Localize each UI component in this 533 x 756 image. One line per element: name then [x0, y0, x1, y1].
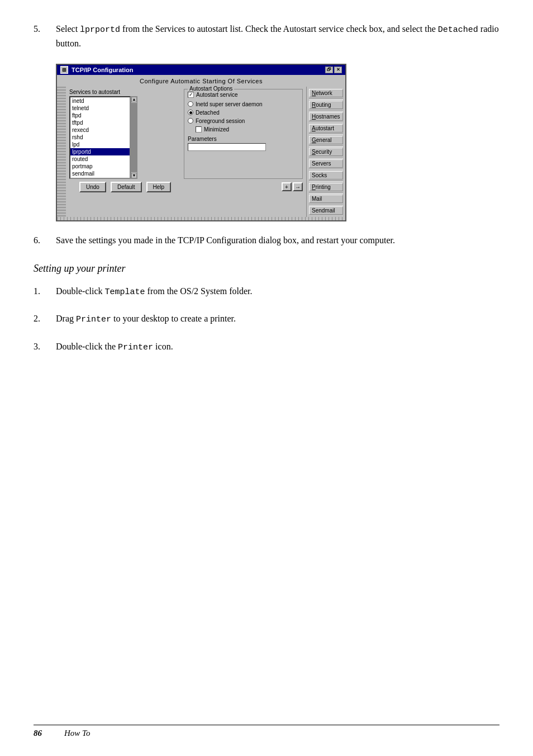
nav-general[interactable]: General — [309, 136, 343, 144]
service-routed[interactable]: routed — [70, 155, 130, 163]
footer-label: How To — [64, 729, 91, 738]
tcpip-dialog: ⊞ TCP/IP Configuration 🗗 ✕ Configure Aut… — [56, 64, 346, 221]
step2-mono: Printer — [76, 315, 111, 324]
dialog-titlebar: ⊞ TCP/IP Configuration 🗗 ✕ — [57, 65, 345, 75]
radio-detached[interactable] — [188, 110, 193, 115]
autostart-service-checkbox[interactable]: ✓ — [188, 92, 194, 98]
services-scrollbar[interactable]: ▲ ▼ — [131, 96, 137, 179]
dialog-app-icon: ⊞ — [60, 66, 68, 74]
dialog-title: TCP/IP Configuration — [72, 67, 133, 73]
nav-sep-4 — [309, 134, 343, 135]
service-sendmail[interactable]: sendmail — [70, 170, 130, 177]
nav-servers[interactable]: Servers — [309, 159, 343, 168]
scroll-down[interactable]: ▼ — [131, 173, 137, 178]
service-tftpd[interactable]: tftpd — [70, 119, 130, 126]
radio-detached-row[interactable]: Detached — [188, 110, 298, 116]
radio-foreground-label: Foreground session — [196, 118, 245, 124]
footer-page: 86 — [34, 729, 42, 738]
printer-step-3-number: 3. — [34, 340, 49, 355]
step5-mono1: lprportd — [80, 25, 120, 35]
services-list-container: inetd telnetd ftpd tftpd rexecd rshd lpd… — [69, 96, 179, 179]
printer-step-1-text: Double-click Template from the OS/2 Syst… — [56, 285, 253, 299]
step-5: 5. Select lprportd from the Services to … — [34, 22, 499, 50]
printer-step-3-text: Double-click the Printer icon. — [56, 340, 173, 355]
dialog-restore-btn[interactable]: 🗗 — [325, 67, 333, 73]
prev-arrow[interactable]: + — [282, 182, 292, 191]
step1-mono: Template — [105, 287, 145, 297]
minimized-checkbox[interactable] — [196, 126, 202, 133]
left-hatch-decoration — [57, 87, 66, 217]
services-section: Services to autostart inetd telnetd ftpd… — [69, 89, 179, 179]
minimized-row[interactable]: Minimized — [196, 126, 298, 133]
nav-routing[interactable]: Routing — [309, 101, 343, 109]
nav-sendmail[interactable]: Sendmail — [309, 206, 343, 215]
radio-foreground-row[interactable]: Foreground session — [188, 118, 298, 124]
radio-foreground[interactable] — [188, 118, 193, 124]
step-5-number: 5. — [34, 22, 49, 50]
service-portmap[interactable]: portmap — [70, 163, 130, 170]
nav-socks[interactable]: Socks — [309, 171, 343, 179]
printer-step-3: 3. Double-click the Printer icon. — [34, 340, 499, 355]
dialog-actions: Undo Default Help + → — [66, 179, 306, 195]
radio-inetd-row[interactable]: Inetd super server daemon — [188, 101, 298, 107]
autostart-service-label: Autostart service — [196, 92, 237, 98]
nav-network[interactable]: Network — [309, 89, 343, 97]
nav-security[interactable]: Security — [309, 148, 343, 156]
dialog-close-btn[interactable]: ✕ — [334, 67, 342, 73]
next-arrow[interactable]: → — [293, 182, 303, 191]
service-telnetd[interactable]: telnetd — [70, 105, 130, 112]
dialog-wrapper: ⊞ TCP/IP Configuration 🗗 ✕ Configure Aut… — [56, 64, 499, 221]
nav-sep-2 — [309, 110, 343, 111]
printer-step-2: 2. Drag Printer to your desktop to creat… — [34, 312, 499, 327]
services-listbox[interactable]: inetd telnetd ftpd tftpd rexecd rshd lpd… — [69, 96, 131, 179]
printer-step-1: 1. Double-click Template from the OS/2 S… — [34, 285, 499, 299]
autostart-group-legend: Autostart Options — [188, 86, 234, 92]
service-inetd[interactable]: inetd — [70, 97, 130, 105]
dialog-body: Services to autostart inetd telnetd ftpd… — [57, 87, 345, 217]
radio-inetd[interactable] — [188, 101, 193, 107]
nav-sep-7 — [309, 169, 343, 170]
step-6-text: Save the settings you made in the TCP/IP… — [56, 234, 395, 247]
service-rshd[interactable]: rshd — [70, 134, 130, 141]
service-ftpd[interactable]: ftpd — [70, 112, 130, 119]
step5-mono2: Detached — [438, 25, 478, 35]
dialog-main-row: Services to autostart inetd telnetd ftpd… — [66, 89, 306, 179]
nav-printing[interactable]: Printing — [309, 183, 343, 191]
titlebar-left: ⊞ TCP/IP Configuration — [60, 66, 133, 74]
nav-sep-6 — [309, 157, 343, 158]
params-input[interactable] — [188, 143, 266, 151]
help-button[interactable]: Help — [146, 182, 172, 192]
nav-sep-1 — [309, 98, 343, 100]
radio-detached-label: Detached — [196, 110, 220, 116]
nav-mail[interactable]: Mail — [309, 195, 343, 203]
step-6-number: 6. — [34, 234, 49, 247]
dialog-bottom-bar — [57, 217, 345, 220]
step-5-text: Select lprportd from the Services to aut… — [56, 22, 499, 50]
params-label: Parameters — [188, 136, 298, 142]
services-label: Services to autostart — [69, 89, 179, 95]
dialog-controls[interactable]: 🗗 ✕ — [325, 67, 342, 73]
minimized-label: Minimized — [204, 126, 229, 133]
nav-sep-3 — [309, 122, 343, 123]
service-lprportd[interactable]: lprportd — [70, 148, 130, 155]
printer-step-1-number: 1. — [34, 285, 49, 299]
nav-sep-10 — [309, 204, 343, 205]
service-lpd[interactable]: lpd — [70, 141, 130, 148]
default-button[interactable]: Default — [111, 182, 142, 192]
autostart-service-row[interactable]: ✓ Autostart service — [188, 92, 298, 98]
service-rexecd[interactable]: rexecd — [70, 126, 130, 134]
undo-button[interactable]: Undo — [79, 182, 106, 192]
nav-autostart[interactable]: Autostart — [309, 124, 343, 133]
section-heading: Setting up your printer — [34, 263, 499, 275]
footer: 86 How To — [34, 725, 499, 738]
dialog-subtitle: Configure Automatic Starting Of Services — [57, 75, 345, 87]
scroll-thumb[interactable] — [131, 103, 137, 172]
page-content: 5. Select lprportd from the Services to … — [34, 22, 499, 354]
step-6: 6. Save the settings you made in the TCP… — [34, 234, 499, 247]
radio-inetd-label: Inetd super server daemon — [196, 101, 263, 107]
scroll-up[interactable]: ▲ — [131, 97, 137, 102]
step3-mono: Printer — [118, 343, 153, 352]
nav-hostnames[interactable]: Hostnames — [309, 112, 343, 121]
dialog-main: Services to autostart inetd telnetd ftpd… — [66, 87, 306, 217]
nav-sep-9 — [309, 192, 343, 193]
